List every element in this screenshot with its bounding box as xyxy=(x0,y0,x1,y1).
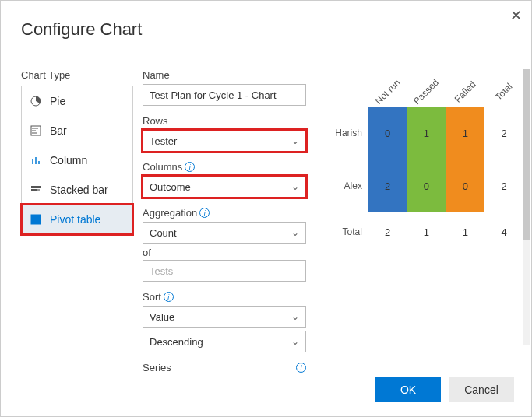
info-icon[interactable]: i xyxy=(296,363,306,373)
stacked-bar-icon xyxy=(30,184,42,196)
chevron-down-icon: ⌄ xyxy=(291,227,299,238)
chart-type-stackedbar[interactable]: Stacked bar xyxy=(22,175,132,205)
chart-type-stackedbar-label: Stacked bar xyxy=(50,184,108,196)
chart-preview: Not run Passed Failed Total Harish 0 1 1 xyxy=(314,69,523,357)
svg-rect-9 xyxy=(31,189,37,191)
ok-button[interactable]: OK xyxy=(375,377,441,402)
series-label: Series i xyxy=(143,362,306,373)
column-icon xyxy=(30,154,42,166)
chart-type-column-label: Column xyxy=(50,154,87,166)
col-header-notrun: Not run xyxy=(368,75,407,107)
svg-rect-8 xyxy=(31,186,41,188)
configure-chart-dialog: ✕ Configure Chart Chart Type Pie Bar xyxy=(0,0,532,417)
sort-by-select[interactable]: Value ⌄ xyxy=(143,306,306,328)
chevron-down-icon: ⌄ xyxy=(291,311,299,322)
chart-type-pie[interactable]: Pie xyxy=(22,86,132,116)
of-input-text: Tests xyxy=(150,265,173,277)
pivot-cell: 0 xyxy=(446,159,484,212)
svg-rect-10 xyxy=(37,189,40,191)
pivot-col-total: 1 xyxy=(407,212,446,251)
chart-type-column[interactable]: Column xyxy=(22,145,132,175)
columns-label: Columns i xyxy=(143,161,306,173)
columns-select[interactable]: Outcome ⌄ xyxy=(143,176,306,198)
sort-label: Sort i xyxy=(143,291,306,303)
rows-label: Rows xyxy=(143,115,306,127)
table-row: Harish 0 1 1 2 xyxy=(329,107,523,159)
pivot-cell: 2 xyxy=(368,159,407,212)
chart-type-pivot-table[interactable]: Pivot table xyxy=(22,205,132,234)
info-icon[interactable]: i xyxy=(164,292,174,302)
pivot-cell: 0 xyxy=(407,159,446,212)
bar-icon xyxy=(30,124,42,137)
of-input: Tests xyxy=(143,260,306,282)
chevron-down-icon: ⌄ xyxy=(291,336,299,347)
table-row: Alex 2 0 0 2 xyxy=(329,159,523,212)
info-icon[interactable]: i xyxy=(185,162,195,172)
col-header-total: Total xyxy=(484,75,523,107)
chart-type-list: Pie Bar Column xyxy=(21,86,133,235)
pivot-grand-total: 4 xyxy=(484,212,523,251)
sort-label-text: Sort xyxy=(143,291,161,303)
chevron-down-icon: ⌄ xyxy=(291,181,299,192)
dialog-title: Configure Chart xyxy=(1,1,531,40)
dialog-footer: OK Cancel xyxy=(375,377,514,402)
dialog-content: Chart Type Pie Bar xyxy=(21,69,523,357)
pivot-cell: 1 xyxy=(446,107,484,159)
config-form: Name Test Plan for Cycle 1 - Chart Rows … xyxy=(143,69,306,357)
chart-type-bar-label: Bar xyxy=(50,124,67,137)
pivot-col-total: 2 xyxy=(368,212,407,251)
name-input-text: Test Plan for Cycle 1 - Chart xyxy=(150,89,277,101)
col-header-failed: Failed xyxy=(446,75,484,107)
scrollbar-thumb[interactable] xyxy=(523,69,530,240)
sort-by-value: Value xyxy=(150,311,174,323)
pivot-cell: 1 xyxy=(407,107,446,159)
pivot-table-preview: Not run Passed Failed Total Harish 0 1 1 xyxy=(329,75,523,251)
chart-type-label: Chart Type xyxy=(21,69,133,81)
series-label-text: Series xyxy=(143,362,171,373)
aggregation-select[interactable]: Count ⌄ xyxy=(143,222,306,244)
row-header: Alex xyxy=(329,159,368,212)
chart-type-pivot-label: Pivot table xyxy=(50,213,100,226)
name-label: Name xyxy=(143,69,306,81)
col-header-passed: Passed xyxy=(407,75,446,107)
chart-type-bar[interactable]: Bar xyxy=(22,116,132,145)
pivot-row-total: 2 xyxy=(484,159,523,212)
aggregation-label: Aggregation i xyxy=(143,207,306,219)
chart-type-panel: Chart Type Pie Bar xyxy=(21,69,133,357)
scrollbar[interactable] xyxy=(523,69,530,345)
aggregation-select-value: Count xyxy=(150,227,177,239)
pivot-col-total: 1 xyxy=(446,212,484,251)
close-icon[interactable]: ✕ xyxy=(510,7,522,24)
sort-dir-select[interactable]: Descending ⌄ xyxy=(143,331,306,352)
of-label: of xyxy=(143,247,306,258)
columns-select-value: Outcome xyxy=(150,181,191,193)
pivot-cell: 0 xyxy=(368,107,407,159)
rows-select-value: Tester xyxy=(150,135,177,147)
svg-rect-11 xyxy=(31,215,41,224)
sort-dir-value: Descending xyxy=(150,336,203,348)
chart-type-pie-label: Pie xyxy=(50,95,65,107)
chevron-down-icon: ⌄ xyxy=(291,135,299,146)
pie-icon xyxy=(30,95,42,107)
rows-select[interactable]: Tester ⌄ xyxy=(143,130,306,152)
table-row-total: Total 2 1 1 4 xyxy=(329,212,523,251)
pivot-row-total: 2 xyxy=(484,107,523,159)
aggregation-label-text: Aggregation xyxy=(143,207,197,219)
info-icon[interactable]: i xyxy=(199,208,210,218)
pivot-table-icon xyxy=(30,213,42,226)
name-input[interactable]: Test Plan for Cycle 1 - Chart xyxy=(143,84,306,106)
cancel-button[interactable]: Cancel xyxy=(449,377,514,402)
row-header: Harish xyxy=(329,107,368,159)
columns-label-text: Columns xyxy=(143,161,182,173)
row-header-total: Total xyxy=(329,212,368,251)
